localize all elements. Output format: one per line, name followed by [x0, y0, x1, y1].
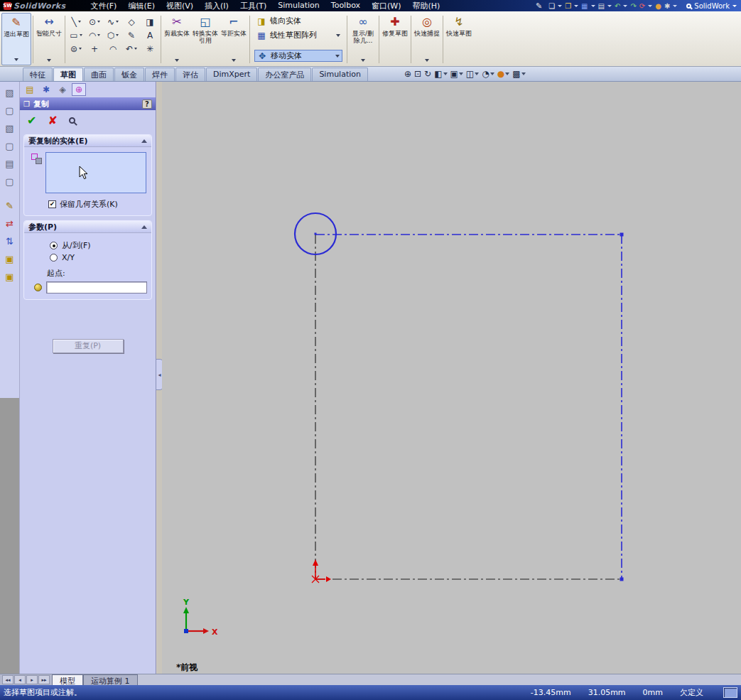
entities-selection-listbox[interactable]	[45, 152, 146, 193]
appearance-quick-button[interactable]: ●	[654, 2, 662, 10]
menu-file[interactable]: 文件(F)	[85, 0, 122, 12]
display-style-caret-icon[interactable]	[475, 72, 479, 75]
xy-radio[interactable]	[50, 254, 58, 262]
options-caret-icon[interactable]	[673, 5, 677, 7]
apply-scene-button[interactable]: ▩	[512, 69, 525, 79]
side-toolbar-icon-5[interactable]: ▤	[3, 156, 17, 171]
vertex-handle-bottom-right[interactable]	[620, 578, 624, 581]
plane-tool-button[interactable]: ◇	[122, 15, 141, 28]
sketch-origin[interactable]	[312, 559, 331, 583]
text-tool-button[interactable]: A	[141, 28, 159, 42]
hide-show-items-button[interactable]: ◔	[482, 69, 494, 79]
smart-dimension-button[interactable]: ↔ 智能尺寸	[35, 13, 63, 65]
rebuild-button[interactable]: ⟳	[639, 2, 646, 10]
arc-tool-button[interactable]: ◠	[85, 28, 104, 42]
circle-caret-icon[interactable]	[97, 21, 100, 23]
star-tool-button[interactable]: ✳	[141, 42, 159, 55]
dimxpertmanager-tab[interactable]: ⊕	[72, 83, 86, 96]
side-toolbar-icon-2[interactable]: ▢	[3, 103, 17, 117]
keep-relations-checkbox[interactable]: ✔	[48, 200, 56, 208]
side-toolbar-block-icon-2[interactable]: ▣	[3, 269, 17, 284]
rebuild-caret-icon[interactable]	[648, 5, 652, 7]
tab-dimxpert[interactable]: DimXpert	[206, 68, 257, 81]
section-view-button[interactable]: ◧	[434, 69, 447, 79]
vertex-handle-top-right[interactable]	[620, 233, 624, 237]
section-view-caret-icon[interactable]	[443, 72, 448, 75]
rotate-view-button[interactable]: ↻	[424, 69, 431, 79]
options-button[interactable]: ✱	[664, 2, 671, 10]
tab-surfaces[interactable]: 曲面	[84, 68, 114, 81]
undo-button[interactable]: ↶	[614, 2, 621, 10]
side-toolbar-block-icon-1[interactable]: ▣	[3, 252, 17, 266]
slot-tool-button[interactable]: ⊜	[67, 42, 85, 55]
menu-edit[interactable]: 编辑(E)	[122, 0, 161, 12]
polygon-tool-button[interactable]: ⬡	[104, 28, 122, 42]
side-toolbar-icon-1[interactable]: ▧	[3, 85, 17, 99]
save-button[interactable]: ▦	[580, 2, 588, 10]
spline-caret-icon[interactable]	[116, 21, 119, 23]
tab-model[interactable]: 模型	[52, 674, 83, 685]
view-orientation-caret-icon[interactable]	[459, 72, 463, 75]
menu-insert[interactable]: 插入(I)	[199, 0, 234, 12]
side-toolbar-swap-icon[interactable]: ⇄	[3, 216, 17, 230]
offset-caret-icon[interactable]	[232, 59, 236, 62]
mirror-small-tool-button[interactable]: ◨	[141, 15, 159, 28]
arc-caret-icon[interactable]	[97, 34, 100, 36]
display-delete-caret-icon[interactable]	[361, 59, 365, 62]
save-caret-icon[interactable]	[591, 5, 595, 7]
propertymanager-tab[interactable]: ✱	[39, 83, 53, 96]
trim-caret-icon[interactable]	[175, 59, 179, 62]
pattern-small-caret-icon[interactable]	[134, 48, 137, 50]
tab-features[interactable]: 特征	[23, 68, 53, 81]
rectangle-caret-icon[interactable]	[80, 34, 82, 36]
view-orientation-button[interactable]: ▣	[450, 69, 463, 79]
tab-office-products[interactable]: 办公室产品	[258, 68, 311, 81]
tab-nav-next-button[interactable]: ▸	[26, 675, 38, 684]
new-document-button[interactable]: ❏	[548, 2, 556, 10]
menu-help[interactable]: 帮助(H)	[407, 0, 446, 12]
redo-button[interactable]: ↷	[629, 2, 637, 10]
tab-nav-prev-button[interactable]: ◂	[14, 675, 26, 684]
line-caret-icon[interactable]	[78, 21, 81, 23]
menu-view[interactable]: 视图(V)	[161, 0, 199, 12]
edit-appearance-button[interactable]: ●	[497, 69, 509, 79]
menu-toolbox[interactable]: Toolbox	[325, 0, 366, 12]
scene-caret-icon[interactable]	[521, 72, 526, 75]
side-toolbar-icon-4[interactable]: ▢	[3, 139, 17, 153]
collapse-chevron-icon[interactable]	[141, 225, 147, 229]
offset-entities-button[interactable]: ⌐ 等距实体	[220, 13, 248, 65]
tab-nav-last-button[interactable]: ▸▸	[38, 675, 50, 684]
tab-simulation[interactable]: Simulation	[312, 68, 368, 81]
exit-sketch-button[interactable]: ✎ 退出草图	[1, 13, 31, 65]
point-tool-button[interactable]: +	[85, 42, 104, 55]
entities-group-header[interactable]: 要复制的实体(E)	[24, 135, 151, 147]
menu-window[interactable]: 窗口(W)	[366, 0, 406, 12]
side-toolbar-icon-3[interactable]: ▧	[3, 121, 17, 135]
side-toolbar-arrows-icon[interactable]: ⇅	[3, 234, 17, 248]
from-to-option[interactable]: 从/到(F)	[50, 240, 147, 251]
side-toolbar-icon-6[interactable]: ▢	[3, 174, 17, 188]
menu-tools[interactable]: 工具(T)	[234, 0, 272, 12]
side-toolbar-pencil-icon[interactable]: ✎	[3, 198, 17, 212]
tab-motion-study[interactable]: 运动算例 1	[83, 674, 138, 685]
quick-snaps-button[interactable]: ◎ 快速捕捉	[413, 13, 441, 65]
parameters-group-header[interactable]: 参数(P)	[24, 221, 151, 233]
rapid-sketch-button[interactable]: ↯ 快速草图	[445, 13, 473, 65]
configurationmanager-tab[interactable]: ◈	[55, 83, 70, 96]
move-entities-caret-icon[interactable]	[335, 55, 340, 58]
start-point-input[interactable]	[46, 281, 147, 294]
hide-show-caret-icon[interactable]	[490, 72, 494, 75]
line-tool-button[interactable]: ╲	[67, 15, 85, 28]
linear-sketch-pattern-button[interactable]: ▦ 线性草图阵列	[254, 29, 342, 41]
convert-entities-button[interactable]: ◱ 转换实体引用	[191, 13, 220, 65]
open-document-button[interactable]: ❐	[564, 2, 572, 10]
xy-option[interactable]: X/Y	[50, 253, 147, 262]
zoom-fit-button[interactable]: ⊡	[414, 69, 421, 79]
rectangle-tool-button[interactable]: ▭	[67, 28, 85, 42]
pattern-small-tool-button[interactable]: ↶	[122, 42, 141, 55]
appearance-caret-icon[interactable]	[505, 72, 509, 75]
circle-tool-button[interactable]: ⊙	[85, 15, 104, 28]
spline-tool-button[interactable]: ∿	[104, 15, 122, 28]
sketch-canvas[interactable]: Y X	[162, 82, 741, 674]
print-caret-icon[interactable]	[607, 5, 612, 7]
